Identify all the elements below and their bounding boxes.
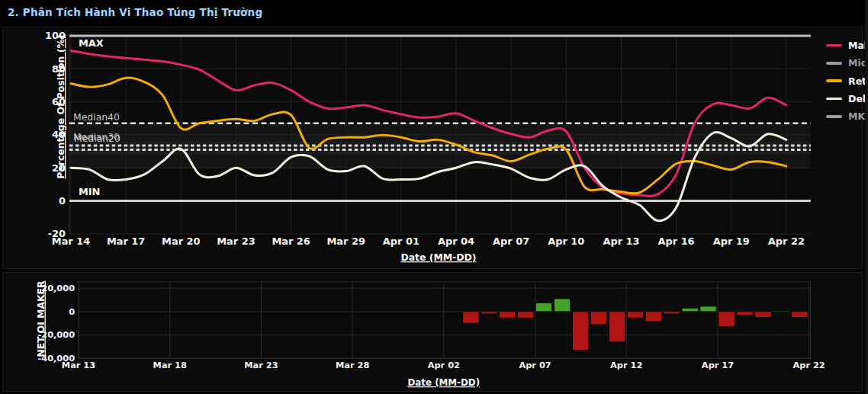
net-oi-bar <box>664 312 680 314</box>
net-oi-bar <box>773 311 789 312</box>
legend-item-retailer[interactable]: Retailer <box>826 72 868 90</box>
window-edge <box>865 0 868 394</box>
x-tick-label: Apr 13 <box>603 235 639 247</box>
x-tick-label: Apr 16 <box>658 235 695 247</box>
y-axis-title: Percentage Of Position (%) <box>55 34 66 178</box>
position-percentage-panel: MAXMINMedian40Median30Median201008060402… <box>2 27 863 269</box>
x-tick-label: Apr 22 <box>793 360 825 370</box>
x-tick-label: Apr 07 <box>493 235 529 247</box>
net-oi-maker-chart[interactable]: 20,0000-20,000-40,000Mar 13Mar 18Mar 23M… <box>3 273 862 391</box>
x-tick-label: Apr 10 <box>548 235 584 247</box>
y-axis-title: NET OI MAKER <box>36 280 47 357</box>
legend-item-midinv[interactable]: Mid.Inv <box>826 54 868 72</box>
top-plot: MAXMINMedian40Median30Median201008060402… <box>45 30 811 263</box>
section-title: 2. Phân Tích Hành Vi Thao Túng Thị Trườn… <box>8 6 262 18</box>
x-axis-title: Date (MM-DD) <box>400 251 476 263</box>
chart-legend: Maker Mid.Inv Retailer Delta M-R MKChg <box>826 37 868 125</box>
maker-line-swatch-icon <box>826 44 842 47</box>
x-tick-label: Apr 04 <box>438 235 474 247</box>
x-tick-label: Mar 14 <box>52 235 90 247</box>
plot-border <box>79 282 811 358</box>
net-oi-bar <box>700 306 716 312</box>
x-tick-label: Mar 28 <box>336 360 369 370</box>
legend-item-delta[interactable]: Delta M-R <box>826 90 868 107</box>
net-oi-maker-panel: 20,0000-20,000-40,000Mar 13Mar 18Mar 23M… <box>2 272 863 392</box>
retailer-line-swatch-icon <box>826 79 842 82</box>
net-oi-bar <box>590 312 606 325</box>
x-tick-label: Apr 17 <box>702 360 734 370</box>
x-tick-label: Apr 02 <box>428 360 460 370</box>
net-oi-bar <box>481 312 497 314</box>
net-oi-bar <box>755 312 771 318</box>
net-oi-bar <box>500 312 516 318</box>
net-oi-bar <box>682 308 698 312</box>
net-oi-bar <box>463 312 479 323</box>
y-tick-label: 0 <box>69 306 75 317</box>
x-tick-label: Apr 07 <box>519 360 551 370</box>
x-tick-label: Mar 23 <box>244 360 278 370</box>
x-axis-title: Date (MM-DD) <box>408 377 481 388</box>
x-tick-label: Apr 22 <box>768 235 805 247</box>
x-tick-label: Mar 26 <box>272 235 310 247</box>
net-oi-bar <box>792 312 808 318</box>
title-bar: 2. Phân Tích Hành Vi Thao Túng Thị Trườn… <box>0 0 868 26</box>
legend-item-mkchg[interactable]: MKChg <box>826 107 868 125</box>
median40-label: Median40 <box>73 111 120 123</box>
x-tick-label: Apr 12 <box>610 360 642 370</box>
x-tick-label: Apr 19 <box>713 235 750 247</box>
bottom-plot: 20,0000-20,000-40,000Mar 13Mar 18Mar 23M… <box>36 280 825 388</box>
min-label: MIN <box>79 186 100 197</box>
max-label: MAX <box>79 37 104 49</box>
net-oi-bar <box>645 312 661 322</box>
midinv-line-swatch-icon <box>826 62 842 65</box>
legend-item-maker[interactable]: Maker <box>826 37 868 54</box>
net-oi-bar <box>737 312 753 316</box>
x-tick-label: Apr 01 <box>383 235 420 247</box>
x-tick-label: Mar 23 <box>217 235 255 247</box>
net-oi-bar <box>572 312 588 351</box>
y-tick-label: 20,000 <box>41 283 75 293</box>
y-tick-label: 0 <box>59 195 66 207</box>
x-tick-label: Mar 29 <box>327 235 365 247</box>
net-oi-bar <box>518 312 534 318</box>
x-tick-label: Mar 20 <box>162 235 200 247</box>
trading-dashboard: { "page": { "title": "2. Phân Tích Hành … <box>0 0 868 394</box>
x-tick-label: Mar 18 <box>153 360 187 370</box>
net-oi-bar <box>554 299 570 312</box>
delta-line-swatch-icon <box>826 98 842 101</box>
net-oi-bar <box>627 312 643 318</box>
median20-label: Median20 <box>74 133 121 144</box>
x-tick-label: Mar 17 <box>107 235 145 247</box>
net-oi-bar <box>536 303 552 311</box>
mkchg-line-swatch-icon <box>826 115 842 118</box>
position-percentage-chart[interactable]: MAXMINMedian40Median30Median201008060402… <box>3 27 862 268</box>
net-oi-bar <box>609 312 625 342</box>
x-tick-label: Mar 13 <box>62 360 95 370</box>
net-oi-bar <box>719 312 735 327</box>
